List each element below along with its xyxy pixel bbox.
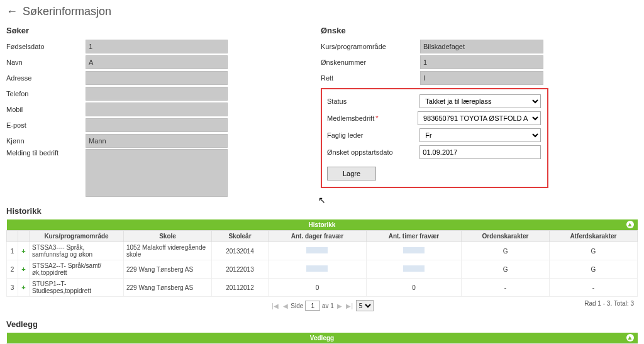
email-field[interactable] (86, 118, 228, 132)
message-field[interactable] (86, 149, 228, 197)
pager-size-select[interactable]: 5 (356, 300, 374, 311)
label-gender: Kjønn (6, 137, 86, 145)
attachments-heading: Vedlegg (6, 319, 638, 329)
gender-field[interactable] (86, 134, 228, 148)
redacted-value (306, 265, 328, 272)
required-icon: * (375, 114, 378, 122)
birthdate-field[interactable] (86, 40, 228, 53)
history-header-row: Kurs/programområde Skole Skoleår Ant. da… (7, 231, 638, 242)
expand-icon[interactable]: + (21, 284, 25, 291)
history-pager: |◀ ◀ Side av 1 ▶ ▶| 5 Rad 1 - 3. Total: … (6, 298, 638, 313)
redacted-value (306, 247, 328, 253)
label-email: E-post (6, 121, 86, 129)
label-startdate: Ønsket oppstartsdato (327, 148, 419, 156)
label-address: Adresse (6, 74, 86, 82)
collapse-icon[interactable]: ▲ (626, 334, 634, 341)
attachments-bar: Vedlegg ▲ (7, 333, 638, 344)
wish-heading: Ønske (321, 26, 638, 35)
label-wishno: Ønskenummer (321, 58, 420, 66)
table-row[interactable]: 2 + STSSA2--T- Språk/samf/øk,toppidrett … (7, 260, 638, 279)
redacted-value (403, 265, 425, 272)
table-row[interactable]: 1 + STSSA3---- Språk, samfunnsfag og øko… (7, 242, 638, 260)
course-field[interactable] (420, 40, 543, 53)
startdate-input[interactable] (419, 145, 541, 159)
pager-next-icon[interactable]: ▶ (337, 302, 342, 309)
label-memberco: Medlemsbedrift* (327, 114, 418, 122)
attachments-table: Vedlegg ▲ Tittel Beskrivelse Dokumenttyp… (6, 333, 638, 344)
pager-first-icon[interactable]: |◀ (272, 302, 279, 309)
pager-last-icon[interactable]: ▶| (346, 302, 353, 309)
phone-field[interactable] (86, 87, 228, 101)
page-title: ← Søkerinformasjon (6, 5, 638, 18)
name-field[interactable] (86, 55, 228, 69)
applicant-heading: Søker (6, 26, 321, 35)
history-bar: Historikk ▲ (7, 219, 638, 231)
leader-select[interactable]: Fr (419, 128, 541, 142)
label-course: Kurs/programområde (321, 43, 420, 50)
expand-icon[interactable]: + (21, 265, 25, 273)
right-field[interactable] (420, 71, 543, 85)
collapse-icon[interactable]: ▲ (626, 221, 634, 228)
mobile-field[interactable] (86, 103, 228, 116)
pager-prev-icon[interactable]: ◀ (283, 302, 288, 309)
redacted-value (403, 247, 425, 253)
label-message: Melding til bedrift (6, 149, 86, 157)
label-right: Rett (321, 74, 420, 82)
memberco-select[interactable]: 983650791 TOYOTA ØSTFOLD AS (418, 111, 541, 125)
label-phone: Telefon (6, 90, 86, 97)
status-box: Status Takket ja til læreplass Medlemsbe… (321, 88, 548, 188)
pager-page-input[interactable] (305, 301, 320, 311)
pager-summary: Rad 1 - 3. Total: 3 (584, 300, 634, 307)
label-status: Status (327, 97, 419, 105)
history-table: Historikk ▲ Kurs/programområde Skole Sko… (6, 219, 638, 297)
table-row[interactable]: 3 + STUSP1--T- Studiespes,toppidrett 229… (7, 279, 638, 297)
history-heading: Historikk (6, 206, 638, 216)
label-birthdate: Fødselsdato (6, 43, 86, 50)
back-arrow-icon[interactable]: ← (6, 5, 18, 18)
label-mobile: Mobil (6, 106, 86, 113)
wishno-field[interactable] (420, 55, 543, 69)
expand-icon[interactable]: + (21, 247, 25, 255)
status-select[interactable]: Takket ja til læreplass (419, 94, 541, 108)
address-field[interactable] (86, 71, 228, 85)
page-title-text: Søkerinformasjon (23, 5, 111, 18)
save-button[interactable]: Lagre (327, 167, 376, 180)
label-leader: Faglig leder (327, 131, 419, 139)
label-name: Navn (6, 58, 86, 66)
